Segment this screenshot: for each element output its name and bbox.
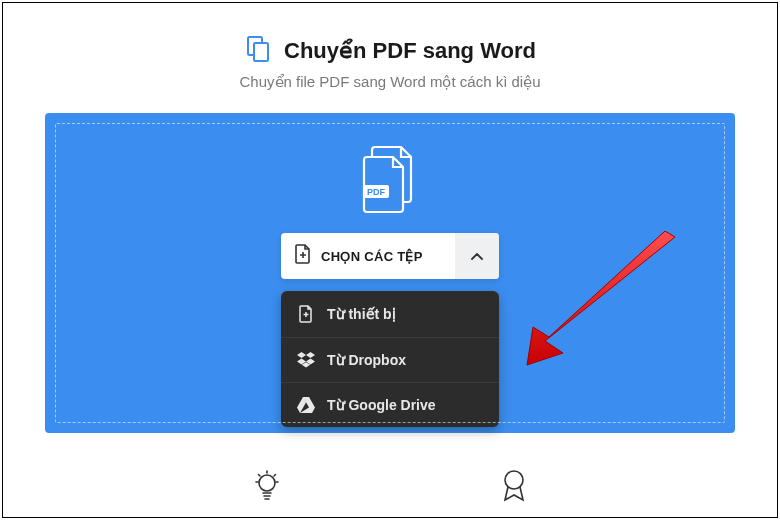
- source-option-label: Từ thiết bị: [327, 306, 396, 322]
- choose-files-button-row: CHỌN CÁC TỆP: [281, 233, 499, 279]
- chevron-up-icon: [471, 247, 483, 265]
- annotation-arrow: [515, 231, 685, 375]
- page-title: Chuyển PDF sang Word: [284, 38, 536, 64]
- file-add-icon: [295, 244, 311, 268]
- source-option-google-drive[interactable]: Từ Google Drive: [281, 383, 499, 427]
- device-file-icon: [297, 305, 315, 323]
- pdf-badge-text: PDF: [367, 187, 386, 197]
- upload-dropzone[interactable]: PDF CHỌN CÁC TỆP: [45, 113, 735, 433]
- choose-files-button[interactable]: CHỌN CÁC TỆP: [281, 233, 455, 279]
- svg-rect-1: [254, 43, 268, 61]
- dropbox-icon: [297, 352, 315, 368]
- outer-frame: Chuyển PDF sang Word Chuyển file PDF san…: [2, 2, 778, 518]
- svg-point-3: [259, 475, 275, 491]
- ribbon-icon: [500, 469, 528, 507]
- page-container: Chuyển PDF sang Word Chuyển file PDF san…: [23, 23, 757, 497]
- page-subtitle: Chuyển file PDF sang Word một cách kì di…: [23, 73, 757, 91]
- header: Chuyển PDF sang Word Chuyển file PDF san…: [23, 23, 757, 91]
- lightbulb-icon: [252, 469, 282, 507]
- choose-files-label: CHỌN CÁC TỆP: [321, 249, 423, 264]
- svg-point-4: [505, 471, 523, 489]
- source-option-device[interactable]: Từ thiết bị: [281, 291, 499, 338]
- source-option-label: Từ Dropbox: [327, 352, 406, 368]
- source-dropdown: Từ thiết bị Từ Dropbox: [281, 291, 499, 427]
- copy-docs-icon: [244, 35, 272, 67]
- footer-icons: [23, 469, 757, 507]
- pdf-stack-icon: PDF: [355, 143, 425, 225]
- source-option-dropbox[interactable]: Từ Dropbox: [281, 338, 499, 383]
- choose-files-toggle[interactable]: [455, 233, 499, 279]
- source-option-label: Từ Google Drive: [327, 397, 436, 413]
- choose-files-group: CHỌN CÁC TỆP: [281, 233, 499, 427]
- google-drive-icon: [297, 397, 315, 413]
